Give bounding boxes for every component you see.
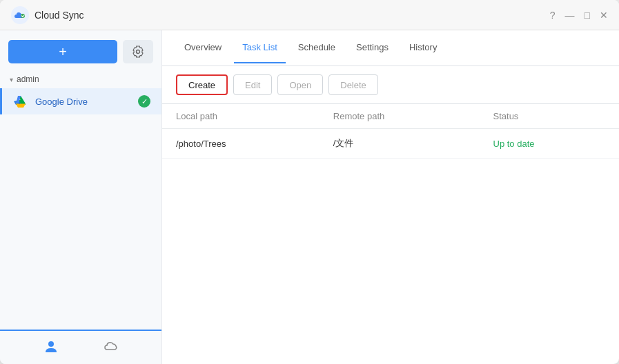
minimize-button[interactable]: —	[565, 10, 575, 21]
sidebar-item-google-drive[interactable]: Google Drive ✓	[0, 88, 161, 114]
svg-point-3	[48, 341, 54, 347]
table-row[interactable]: /photo/Trees /文件 Up to date	[162, 129, 619, 159]
cell-local-path: /photo/Trees	[162, 129, 320, 159]
settings-button[interactable]	[123, 40, 153, 63]
create-button[interactable]: Create	[176, 74, 228, 95]
sidebar-footer	[0, 330, 161, 364]
sidebar-section-header: ▾ admin	[0, 70, 161, 87]
tab-overview[interactable]: Overview	[176, 32, 230, 63]
main-content: Overview Task List Schedule Settings His…	[162, 30, 619, 364]
add-button[interactable]: +	[8, 40, 117, 63]
sync-status-badge: ✓	[138, 95, 150, 108]
table-header-row: Local path Remote path Status	[162, 104, 619, 129]
col-remote-path: Remote path	[320, 104, 480, 129]
cell-status: Up to date	[480, 129, 619, 159]
app-title: Cloud Sync	[35, 10, 544, 21]
maximize-button[interactable]: □	[584, 10, 590, 21]
google-drive-icon	[13, 94, 28, 109]
tab-settings[interactable]: Settings	[348, 32, 397, 63]
content-area: + ▾ admin	[0, 30, 619, 364]
tab-task-list[interactable]: Task List	[234, 32, 286, 63]
open-button[interactable]: Open	[277, 74, 323, 95]
col-status: Status	[480, 104, 619, 129]
delete-button[interactable]: Delete	[328, 74, 378, 95]
sidebar-actions: +	[0, 30, 161, 70]
cloud-icon[interactable]	[104, 338, 119, 357]
edit-button[interactable]: Edit	[233, 74, 272, 95]
window-controls: ? — □ ✕	[550, 10, 608, 21]
help-button[interactable]: ?	[550, 10, 556, 21]
task-table: Local path Remote path Status /photo/Tre…	[162, 104, 619, 159]
tab-schedule[interactable]: Schedule	[290, 32, 344, 63]
col-local-path: Local path	[162, 104, 320, 129]
chevron-down-icon: ▾	[10, 76, 13, 83]
tab-history[interactable]: History	[401, 32, 445, 63]
sidebar: + ▾ admin	[0, 30, 162, 364]
tab-bar: Overview Task List Schedule Settings His…	[162, 30, 619, 66]
sidebar-item-label: Google Drive	[35, 97, 131, 107]
app-logo	[11, 6, 29, 24]
app-window: Cloud Sync ? — □ ✕ + ▾ admin	[0, 0, 619, 364]
task-table-container: Local path Remote path Status /photo/Tre…	[162, 104, 619, 364]
user-icon[interactable]	[43, 338, 59, 357]
gear-icon	[132, 46, 144, 58]
toolbar: Create Edit Open Delete	[162, 66, 619, 104]
titlebar: Cloud Sync ? — □ ✕	[0, 0, 619, 30]
close-button[interactable]: ✕	[600, 10, 608, 21]
cell-remote-path: /文件	[320, 129, 480, 159]
sidebar-section-label: admin	[17, 74, 39, 84]
